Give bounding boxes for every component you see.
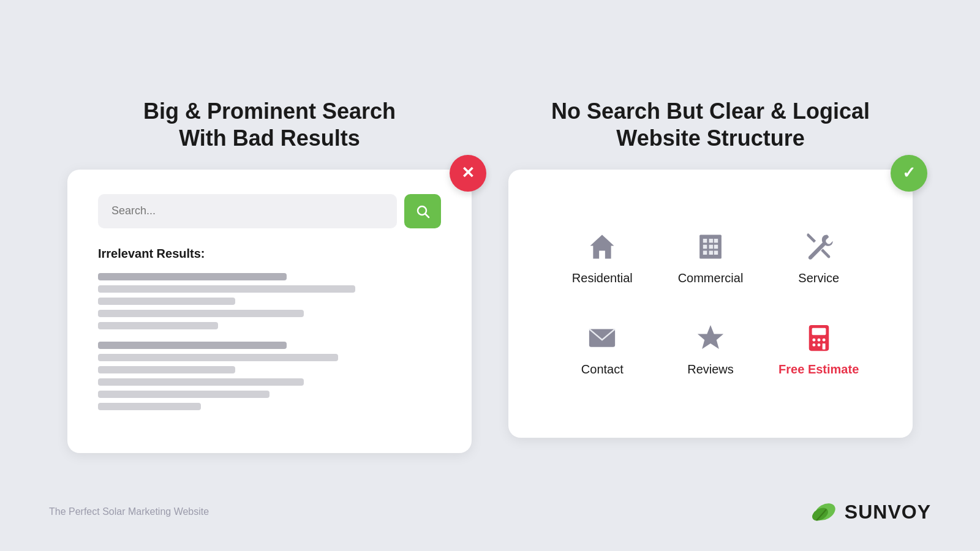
svg-rect-10 bbox=[709, 250, 714, 255]
bad-badge: ✕ bbox=[450, 155, 486, 192]
svg-rect-7 bbox=[709, 244, 714, 249]
logo-text: SUNVOY bbox=[845, 501, 931, 523]
left-panel: Big & Prominent Search With Bad Results … bbox=[67, 98, 472, 452]
nav-grid: Residential bbox=[539, 194, 882, 407]
svg-point-18 bbox=[822, 339, 825, 342]
calculator-icon bbox=[803, 322, 835, 354]
svg-rect-6 bbox=[703, 244, 707, 249]
svg-rect-4 bbox=[709, 239, 714, 243]
search-button[interactable] bbox=[404, 194, 441, 228]
nav-label-residential: Residential bbox=[572, 271, 633, 285]
svg-rect-9 bbox=[703, 250, 707, 255]
svg-rect-21 bbox=[822, 343, 825, 350]
nav-item-contact[interactable]: Contact bbox=[551, 304, 654, 389]
nav-label-contact: Contact bbox=[581, 362, 624, 377]
search-icon bbox=[415, 204, 430, 219]
footer-tagline: The Perfect Solar Marketing Website bbox=[49, 506, 209, 517]
nav-item-commercial[interactable]: Commercial bbox=[660, 212, 762, 298]
house-icon bbox=[586, 231, 618, 263]
footer: The Perfect Solar Marketing Website SUNV… bbox=[49, 497, 931, 527]
result-block-1 bbox=[98, 273, 441, 329]
nav-label-commercial: Commercial bbox=[678, 271, 744, 285]
logo: SUNVOY bbox=[808, 497, 931, 527]
wrench-icon bbox=[803, 231, 835, 263]
svg-point-16 bbox=[812, 339, 815, 342]
mail-icon bbox=[586, 322, 618, 354]
svg-rect-3 bbox=[703, 239, 707, 243]
right-title: No Search But Clear & Logical Website St… bbox=[508, 98, 913, 151]
nav-label-free-estimate: Free Estimate bbox=[778, 362, 859, 377]
svg-line-1 bbox=[426, 214, 429, 217]
svg-point-17 bbox=[817, 339, 820, 342]
nav-item-service[interactable]: Service bbox=[767, 212, 870, 298]
nav-item-reviews[interactable]: Reviews bbox=[660, 304, 762, 389]
left-title: Big & Prominent Search With Bad Results bbox=[67, 98, 472, 151]
result-block-2 bbox=[98, 342, 441, 410]
svg-point-20 bbox=[817, 343, 820, 347]
nav-item-free-estimate[interactable]: Free Estimate bbox=[767, 304, 870, 389]
good-badge: ✓ bbox=[891, 155, 927, 192]
search-input[interactable] bbox=[98, 194, 397, 228]
right-card: ✓ Residential bbox=[508, 170, 913, 438]
search-bar bbox=[98, 194, 441, 228]
svg-rect-15 bbox=[812, 328, 826, 334]
svg-marker-13 bbox=[698, 325, 723, 349]
irrelevant-label: Irrelevant Results: bbox=[98, 247, 441, 261]
svg-point-19 bbox=[812, 343, 815, 347]
nav-label-reviews: Reviews bbox=[687, 362, 734, 377]
left-card: ✕ Irrelevant Results: bbox=[67, 170, 472, 453]
nav-label-service: Service bbox=[798, 271, 839, 285]
nav-item-residential[interactable]: Residential bbox=[551, 212, 654, 298]
building-icon bbox=[695, 231, 726, 263]
logo-leaf-icon bbox=[808, 497, 837, 527]
svg-rect-5 bbox=[714, 239, 718, 243]
right-panel: No Search But Clear & Logical Website St… bbox=[508, 98, 913, 437]
svg-rect-8 bbox=[714, 244, 718, 249]
svg-rect-11 bbox=[714, 250, 718, 255]
star-icon bbox=[695, 322, 726, 354]
